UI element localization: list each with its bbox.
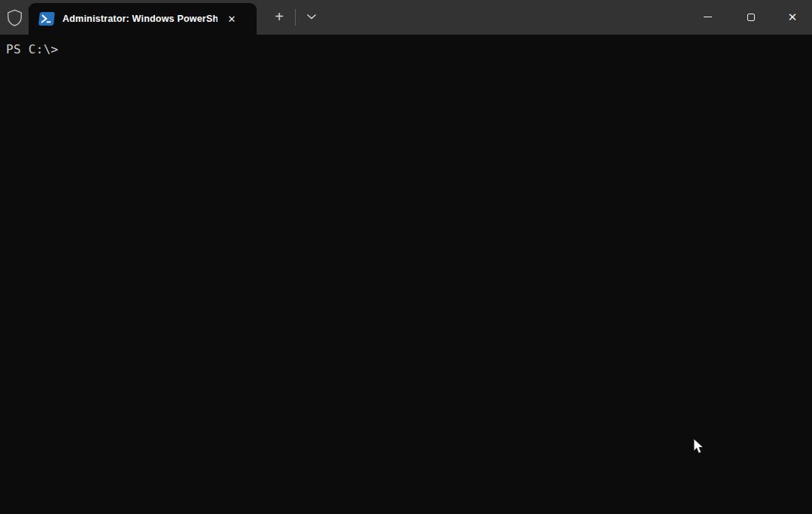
- shield-icon: [7, 9, 23, 26]
- titlebar-drag-area[interactable]: [325, 0, 686, 35]
- new-tab-button[interactable]: +: [266, 4, 293, 29]
- prompt-text: PS C:\>: [6, 42, 59, 56]
- titlebar[interactable]: Administrator: Windows PowerShell ✕ + ✕: [0, 0, 812, 35]
- maximize-icon: [747, 14, 755, 21]
- powershell-icon: [38, 12, 55, 26]
- window-controls: ✕: [686, 0, 812, 34]
- terminal-viewport[interactable]: PS C:\>: [0, 35, 812, 514]
- minimize-button[interactable]: [686, 0, 729, 34]
- tab-close-button[interactable]: ✕: [222, 9, 242, 29]
- close-button[interactable]: ✕: [773, 0, 812, 34]
- minimize-icon: [704, 17, 712, 17]
- admin-indicator: [0, 0, 29, 35]
- tab-title: Administrator: Windows PowerShell: [62, 14, 217, 24]
- chevron-down-icon: [307, 14, 316, 20]
- tab-bar-divider: [295, 9, 296, 26]
- tab-dropdown-button[interactable]: [298, 4, 325, 29]
- maximize-button[interactable]: [729, 0, 773, 34]
- terminal-window: Administrator: Windows PowerShell ✕ + ✕ …: [0, 0, 812, 514]
- tab-powershell[interactable]: Administrator: Windows PowerShell ✕: [29, 3, 257, 35]
